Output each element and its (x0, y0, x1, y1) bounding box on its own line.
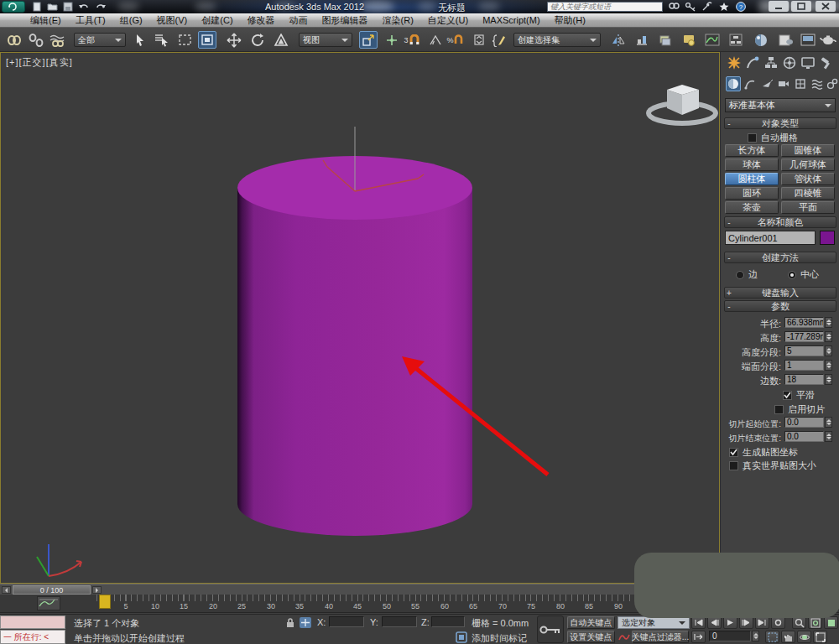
menu-customize[interactable]: 自定义(U) (428, 14, 468, 27)
orbit-icon[interactable] (797, 631, 811, 643)
primitive-category-dropdown[interactable]: 标准基本体 (725, 98, 836, 112)
tab-motion[interactable] (781, 55, 797, 70)
select-and-link-icon[interactable] (5, 31, 23, 49)
snaps-toggle-icon[interactable]: 3 (401, 31, 423, 49)
new-file-icon[interactable] (32, 2, 44, 12)
frame-spinner[interactable] (752, 631, 759, 641)
select-object-icon[interactable] (131, 31, 149, 49)
select-and-manipulate-icon[interactable] (383, 31, 401, 49)
layer-manager-icon[interactable] (656, 31, 675, 49)
autogrid-checkbox[interactable]: 自动栅格 (748, 132, 798, 144)
go-to-end-button[interactable] (755, 616, 769, 629)
named-selection-sets-dropdown[interactable]: 创建选择集 (513, 33, 601, 47)
slice-from-spinner[interactable] (825, 417, 832, 428)
save-icon[interactable] (63, 2, 76, 12)
mini-curve-editor-button[interactable] (37, 596, 60, 610)
close-button[interactable] (816, 1, 836, 12)
button-box[interactable]: 长方体 (725, 144, 779, 157)
maximize-viewport-toggle-icon[interactable] (813, 631, 827, 643)
checkbox-box[interactable] (783, 391, 792, 400)
tab-hierarchy[interactable] (763, 55, 779, 70)
zoom-icon[interactable] (792, 616, 806, 629)
timeline-ruler[interactable]: 5 10 15 20 25 30 35 40 45 50 55 60 65 70… (96, 595, 719, 613)
button-plane[interactable]: 平面 (781, 201, 835, 214)
subtab-lights[interactable] (759, 76, 774, 91)
radius-spinner[interactable] (825, 317, 832, 328)
generate-mapping-checkbox[interactable]: 生成贴图坐标 (729, 446, 798, 459)
cylinder-object[interactable] (237, 156, 472, 536)
redo-icon[interactable] (95, 2, 107, 12)
subtab-systems[interactable] (825, 76, 839, 91)
menu-animation[interactable]: 动画 (289, 14, 308, 27)
subtab-cameras[interactable] (776, 76, 791, 91)
button-teapot[interactable]: 茶壶 (725, 201, 779, 214)
mirror-icon[interactable] (609, 31, 628, 49)
key-step-icon[interactable] (691, 631, 706, 643)
next-frame-button[interactable] (739, 616, 753, 629)
isolate-mode-icon[interactable] (456, 631, 467, 643)
key-login-icon[interactable] (685, 2, 698, 12)
search-icon[interactable] (668, 2, 681, 12)
maxscript-listener-line[interactable]: 一 所在行: < (0, 630, 65, 644)
button-sphere[interactable]: 球体 (725, 158, 779, 171)
button-cylinder[interactable]: 圆柱体 (725, 173, 779, 185)
time-slider-handle[interactable]: 0 / 100 (13, 585, 91, 595)
go-to-start-button[interactable] (691, 616, 706, 629)
menu-rendering[interactable]: 渲染(R) (383, 14, 414, 27)
subtab-space-warps[interactable] (810, 76, 825, 91)
select-and-rotate-icon[interactable] (248, 31, 267, 49)
viewport-label[interactable]: [+][正交][真实] (6, 56, 73, 69)
rollout-object-type[interactable]: - 对象类型 (724, 117, 836, 129)
edit-named-selection-sets-icon[interactable] (490, 31, 508, 49)
selection-lock-icon[interactable] (285, 617, 295, 628)
menu-tools[interactable]: 工具(T) (76, 14, 106, 27)
selected-filter-dropdown[interactable]: 选定对象 (618, 616, 690, 629)
absolute-relative-coords-icon[interactable] (300, 617, 311, 628)
menu-group[interactable]: 组(G) (120, 14, 143, 27)
radio-circle[interactable] (736, 271, 744, 279)
object-color-swatch[interactable] (820, 231, 835, 245)
z-coordinate-field[interactable] (431, 616, 465, 627)
radio-edge[interactable]: 边 (736, 268, 758, 281)
x-coordinate-field[interactable] (329, 616, 364, 627)
subtab-geometry[interactable] (726, 76, 741, 91)
rollout-parameters[interactable]: - 参数 (724, 300, 836, 312)
menu-maxscript[interactable]: MAXScript(M) (482, 15, 539, 25)
subtab-shapes[interactable] (743, 76, 758, 91)
viewcube[interactable] (649, 85, 716, 123)
zoom-extents-icon[interactable] (824, 616, 838, 629)
bind-to-space-warp-icon[interactable] (49, 31, 67, 49)
set-key-button[interactable]: 设置关键点 (567, 631, 615, 643)
smooth-checkbox[interactable]: 平滑 (783, 389, 815, 402)
use-pivot-point-icon[interactable] (359, 31, 378, 49)
menu-graph-editors[interactable]: 图形编辑器 (322, 14, 368, 27)
height-spinner[interactable] (825, 331, 832, 342)
toggle-key-mode-button[interactable] (537, 615, 564, 643)
align-icon[interactable] (633, 31, 651, 49)
previous-frame-arrow[interactable] (2, 586, 11, 594)
search-input[interactable] (547, 2, 663, 12)
select-and-move-icon[interactable] (225, 31, 243, 49)
cap-segs-spinner[interactable] (825, 360, 832, 371)
key-filters-button[interactable]: 关键点过滤器... (632, 631, 689, 643)
menu-create[interactable]: 创建(C) (201, 14, 232, 27)
next-frame-arrow[interactable] (92, 586, 102, 594)
button-torus[interactable]: 圆环 (725, 187, 779, 200)
pan-hand-icon[interactable] (781, 631, 795, 643)
cap-segs-field[interactable]: 1 (784, 360, 824, 371)
subtab-helpers[interactable] (793, 76, 808, 91)
select-and-scale-icon[interactable] (272, 31, 290, 49)
rollout-keyboard-entry[interactable]: + 键盘输入 (724, 287, 836, 299)
checkbox-box[interactable] (729, 448, 738, 457)
track-bar-frame-handle[interactable] (99, 595, 111, 609)
height-segs-field[interactable]: 5 (784, 345, 824, 356)
app-menu-button[interactable] (2, 1, 25, 13)
schematic-view-icon[interactable] (727, 31, 745, 49)
undo-icon[interactable] (78, 2, 91, 12)
checkbox-box[interactable] (729, 461, 738, 470)
selection-filter-dropdown[interactable]: 全部 (74, 33, 126, 47)
play-button[interactable] (723, 616, 737, 629)
y-coordinate-field[interactable] (382, 616, 417, 627)
help-icon[interactable]: ? (735, 2, 748, 12)
auto-key-button[interactable]: 自动关键点 (567, 616, 615, 629)
